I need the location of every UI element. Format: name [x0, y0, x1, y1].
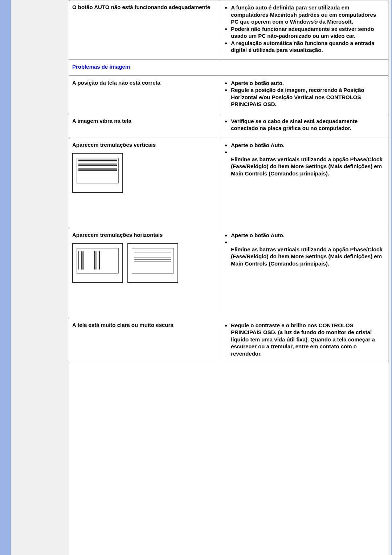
troubleshooting-table: O botão AUTO não está funcionando adequa…	[69, 0, 388, 363]
list-item-text: Elimine as barras verticais utilizando a…	[231, 246, 383, 267]
list-item: Regule a posição da imagem, recorrendo à…	[231, 86, 385, 108]
list-item-text: Elimine as barras verticais utilizando a…	[231, 156, 383, 177]
problem-cell: Aparecem tremulações verticais	[69, 138, 219, 228]
solution-cell: Aperte o botão Auto. Elimine as barras v…	[219, 228, 388, 318]
problem-cell: O botão AUTO não está funcionando adequa…	[69, 0, 219, 60]
solution-list: A função auto é definida para ser utiliz…	[222, 4, 385, 54]
content-panel: O botão AUTO não está funcionando adequa…	[69, 0, 388, 555]
list-item: Aperte o botão auto.	[231, 80, 385, 87]
solution-list: Regule o contraste e o brilho nos CONTRO…	[222, 322, 385, 357]
solution-list: Aperte o botão Auto. Elimine as barras v…	[222, 232, 385, 267]
problem-text: Aparecem tremulações horizontais	[72, 232, 163, 238]
solution-list: Aperte o botão Auto. Elimine as barras v…	[222, 142, 385, 177]
problem-cell: Aparecem tremulações horizontais	[69, 228, 219, 318]
monitor-screen	[77, 158, 119, 183]
page-background: O botão AUTO não está funcionando adequa…	[11, 0, 392, 555]
table-row: Aparecem tremulações verticais	[69, 138, 388, 228]
problem-cell: A tela está muito clara ou muito escura	[69, 318, 219, 363]
list-item: Aperte o botão Auto.	[231, 142, 385, 149]
problem-text: O botão AUTO não está funcionando adequa…	[72, 4, 210, 10]
problem-text: A posição da tela não está correta	[72, 80, 160, 86]
table-row: O botão AUTO não está funcionando adequa…	[69, 0, 388, 60]
list-item: A regulação automática não funciona quan…	[231, 40, 385, 54]
list-item: Regule o contraste e o brilho nos CONTRO…	[231, 322, 385, 357]
table-row: Aparecem tremulações horizontais	[69, 228, 388, 318]
problem-text: A imagem vibra na tela	[72, 118, 131, 124]
solution-list: Aperte o botão auto. Regule a posição da…	[222, 80, 385, 108]
solution-cell: Verifique se o cabo de sinal está adequa…	[219, 114, 388, 138]
table-row: A tela está muito clara ou muito escura …	[69, 318, 388, 363]
table-row: Problemas de imagem	[69, 60, 388, 76]
monitor-icon	[72, 243, 123, 283]
page-outer: O botão AUTO não está funcionando adequa…	[0, 0, 392, 555]
solution-cell: Aperte o botão auto. Regule a posição da…	[219, 76, 388, 114]
monitor-icon	[72, 153, 123, 193]
list-item: Elimine as barras verticais utilizando a…	[231, 239, 385, 267]
monitor-icon	[127, 243, 178, 283]
list-item: Verifique se o cabo de sinal está adequa…	[231, 118, 385, 132]
monitor-illustration-horizontal	[72, 243, 216, 283]
table-row: A posição da tela não está correta Apert…	[69, 76, 388, 114]
problem-cell: A imagem vibra na tela	[69, 114, 219, 138]
monitor-screen	[132, 248, 174, 274]
solution-cell: A função auto é definida para ser utiliz…	[219, 0, 388, 60]
section-header-text: Problemas de imagem	[72, 64, 130, 70]
problem-cell: A posição da tela não está correta	[69, 76, 219, 114]
problem-text: A tela está muito clara ou muito escura	[72, 322, 173, 328]
list-item: Poderá não funcionar adequadamente se es…	[231, 25, 385, 40]
list-item: Aperte o botão Auto.	[231, 232, 385, 239]
monitor-screen	[77, 248, 119, 274]
monitor-illustration-vertical	[72, 153, 216, 193]
solution-cell: Regule o contraste e o brilho nos CONTRO…	[219, 318, 388, 363]
list-item: Elimine as barras verticais utilizando a…	[231, 149, 385, 177]
problem-text: Aparecem tremulações verticais	[72, 142, 156, 148]
table-row: A imagem vibra na tela Verifique se o ca…	[69, 114, 388, 138]
solution-cell: Aperte o botão Auto. Elimine as barras v…	[219, 138, 388, 228]
solution-list: Verifique se o cabo de sinal está adequa…	[222, 118, 385, 132]
list-item: A função auto é definida para ser utiliz…	[231, 4, 385, 25]
section-header: Problemas de imagem	[69, 60, 388, 76]
